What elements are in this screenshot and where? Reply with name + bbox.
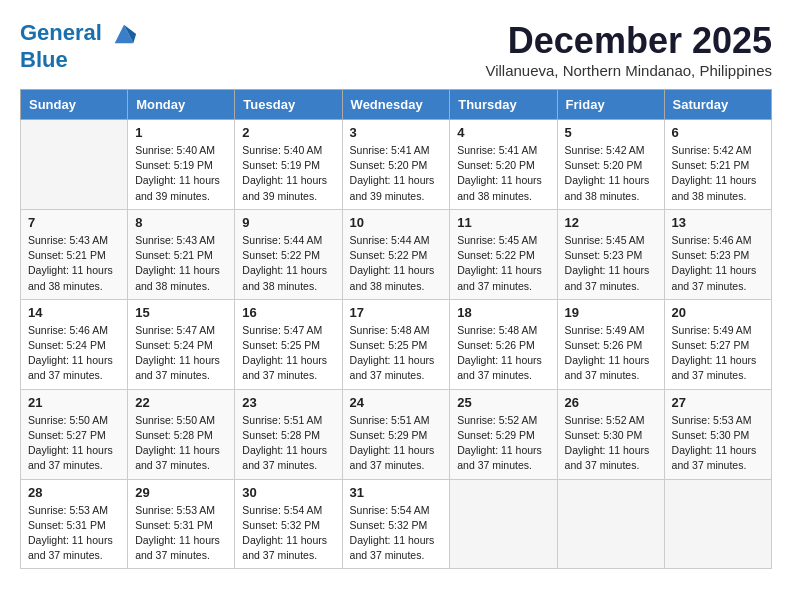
- calendar-cell: 5Sunrise: 5:42 AMSunset: 5:20 PMDaylight…: [557, 120, 664, 210]
- calendar-cell: 2Sunrise: 5:40 AMSunset: 5:19 PMDaylight…: [235, 120, 342, 210]
- day-number: 14: [28, 305, 120, 320]
- day-number: 8: [135, 215, 227, 230]
- day-info: Sunrise: 5:54 AMSunset: 5:32 PMDaylight:…: [350, 503, 443, 564]
- calendar-cell: 13Sunrise: 5:46 AMSunset: 5:23 PMDayligh…: [664, 209, 771, 299]
- day-info: Sunrise: 5:51 AMSunset: 5:29 PMDaylight:…: [350, 413, 443, 474]
- calendar-cell: [450, 479, 557, 569]
- day-number: 27: [672, 395, 764, 410]
- day-info: Sunrise: 5:40 AMSunset: 5:19 PMDaylight:…: [135, 143, 227, 204]
- day-info: Sunrise: 5:43 AMSunset: 5:21 PMDaylight:…: [28, 233, 120, 294]
- calendar-cell: 30Sunrise: 5:54 AMSunset: 5:32 PMDayligh…: [235, 479, 342, 569]
- day-number: 11: [457, 215, 549, 230]
- calendar-cell: 31Sunrise: 5:54 AMSunset: 5:32 PMDayligh…: [342, 479, 450, 569]
- calendar-cell: 3Sunrise: 5:41 AMSunset: 5:20 PMDaylight…: [342, 120, 450, 210]
- calendar-cell: 22Sunrise: 5:50 AMSunset: 5:28 PMDayligh…: [128, 389, 235, 479]
- day-number: 16: [242, 305, 334, 320]
- day-info: Sunrise: 5:50 AMSunset: 5:28 PMDaylight:…: [135, 413, 227, 474]
- col-header-saturday: Saturday: [664, 90, 771, 120]
- calendar-cell: 7Sunrise: 5:43 AMSunset: 5:21 PMDaylight…: [21, 209, 128, 299]
- calendar-cell: 18Sunrise: 5:48 AMSunset: 5:26 PMDayligh…: [450, 299, 557, 389]
- day-number: 23: [242, 395, 334, 410]
- day-number: 2: [242, 125, 334, 140]
- calendar-cell: 14Sunrise: 5:46 AMSunset: 5:24 PMDayligh…: [21, 299, 128, 389]
- day-number: 29: [135, 485, 227, 500]
- day-number: 31: [350, 485, 443, 500]
- day-info: Sunrise: 5:44 AMSunset: 5:22 PMDaylight:…: [242, 233, 334, 294]
- day-info: Sunrise: 5:52 AMSunset: 5:30 PMDaylight:…: [565, 413, 657, 474]
- col-header-monday: Monday: [128, 90, 235, 120]
- calendar-week-4: 21Sunrise: 5:50 AMSunset: 5:27 PMDayligh…: [21, 389, 772, 479]
- calendar-table: SundayMondayTuesdayWednesdayThursdayFrid…: [20, 89, 772, 569]
- day-info: Sunrise: 5:45 AMSunset: 5:23 PMDaylight:…: [565, 233, 657, 294]
- day-info: Sunrise: 5:53 AMSunset: 5:31 PMDaylight:…: [28, 503, 120, 564]
- calendar-cell: 20Sunrise: 5:49 AMSunset: 5:27 PMDayligh…: [664, 299, 771, 389]
- page-header: General Blue December 2025 Villanueva, N…: [20, 20, 772, 79]
- day-info: Sunrise: 5:46 AMSunset: 5:23 PMDaylight:…: [672, 233, 764, 294]
- day-number: 15: [135, 305, 227, 320]
- day-info: Sunrise: 5:53 AMSunset: 5:31 PMDaylight:…: [135, 503, 227, 564]
- day-number: 4: [457, 125, 549, 140]
- day-number: 25: [457, 395, 549, 410]
- calendar-cell: 16Sunrise: 5:47 AMSunset: 5:25 PMDayligh…: [235, 299, 342, 389]
- day-info: Sunrise: 5:41 AMSunset: 5:20 PMDaylight:…: [457, 143, 549, 204]
- calendar-cell: [557, 479, 664, 569]
- title-block: December 2025 Villanueva, Northern Minda…: [485, 20, 772, 79]
- calendar-cell: 8Sunrise: 5:43 AMSunset: 5:21 PMDaylight…: [128, 209, 235, 299]
- day-info: Sunrise: 5:49 AMSunset: 5:27 PMDaylight:…: [672, 323, 764, 384]
- day-info: Sunrise: 5:51 AMSunset: 5:28 PMDaylight:…: [242, 413, 334, 474]
- day-number: 6: [672, 125, 764, 140]
- calendar-cell: 27Sunrise: 5:53 AMSunset: 5:30 PMDayligh…: [664, 389, 771, 479]
- calendar-week-2: 7Sunrise: 5:43 AMSunset: 5:21 PMDaylight…: [21, 209, 772, 299]
- calendar-cell: 4Sunrise: 5:41 AMSunset: 5:20 PMDaylight…: [450, 120, 557, 210]
- logo-text: General: [20, 20, 138, 48]
- calendar-cell: 15Sunrise: 5:47 AMSunset: 5:24 PMDayligh…: [128, 299, 235, 389]
- col-header-wednesday: Wednesday: [342, 90, 450, 120]
- calendar-cell: 25Sunrise: 5:52 AMSunset: 5:29 PMDayligh…: [450, 389, 557, 479]
- calendar-week-5: 28Sunrise: 5:53 AMSunset: 5:31 PMDayligh…: [21, 479, 772, 569]
- calendar-cell: 12Sunrise: 5:45 AMSunset: 5:23 PMDayligh…: [557, 209, 664, 299]
- day-info: Sunrise: 5:48 AMSunset: 5:26 PMDaylight:…: [457, 323, 549, 384]
- calendar-week-1: 1Sunrise: 5:40 AMSunset: 5:19 PMDaylight…: [21, 120, 772, 210]
- day-number: 9: [242, 215, 334, 230]
- day-number: 26: [565, 395, 657, 410]
- day-info: Sunrise: 5:44 AMSunset: 5:22 PMDaylight:…: [350, 233, 443, 294]
- calendar-week-3: 14Sunrise: 5:46 AMSunset: 5:24 PMDayligh…: [21, 299, 772, 389]
- day-number: 13: [672, 215, 764, 230]
- day-number: 18: [457, 305, 549, 320]
- day-number: 22: [135, 395, 227, 410]
- calendar-cell: 23Sunrise: 5:51 AMSunset: 5:28 PMDayligh…: [235, 389, 342, 479]
- calendar-cell: 9Sunrise: 5:44 AMSunset: 5:22 PMDaylight…: [235, 209, 342, 299]
- day-number: 7: [28, 215, 120, 230]
- day-number: 28: [28, 485, 120, 500]
- day-info: Sunrise: 5:49 AMSunset: 5:26 PMDaylight:…: [565, 323, 657, 384]
- calendar-cell: 6Sunrise: 5:42 AMSunset: 5:21 PMDaylight…: [664, 120, 771, 210]
- calendar-cell: 17Sunrise: 5:48 AMSunset: 5:25 PMDayligh…: [342, 299, 450, 389]
- day-number: 3: [350, 125, 443, 140]
- day-info: Sunrise: 5:42 AMSunset: 5:20 PMDaylight:…: [565, 143, 657, 204]
- day-info: Sunrise: 5:45 AMSunset: 5:22 PMDaylight:…: [457, 233, 549, 294]
- calendar-cell: 10Sunrise: 5:44 AMSunset: 5:22 PMDayligh…: [342, 209, 450, 299]
- calendar-cell: 11Sunrise: 5:45 AMSunset: 5:22 PMDayligh…: [450, 209, 557, 299]
- day-info: Sunrise: 5:46 AMSunset: 5:24 PMDaylight:…: [28, 323, 120, 384]
- day-number: 10: [350, 215, 443, 230]
- day-number: 5: [565, 125, 657, 140]
- month-title: December 2025: [485, 20, 772, 62]
- col-header-thursday: Thursday: [450, 90, 557, 120]
- day-info: Sunrise: 5:48 AMSunset: 5:25 PMDaylight:…: [350, 323, 443, 384]
- day-info: Sunrise: 5:47 AMSunset: 5:24 PMDaylight:…: [135, 323, 227, 384]
- col-header-tuesday: Tuesday: [235, 90, 342, 120]
- day-number: 12: [565, 215, 657, 230]
- logo: General Blue: [20, 20, 138, 72]
- day-info: Sunrise: 5:52 AMSunset: 5:29 PMDaylight:…: [457, 413, 549, 474]
- day-number: 24: [350, 395, 443, 410]
- day-info: Sunrise: 5:41 AMSunset: 5:20 PMDaylight:…: [350, 143, 443, 204]
- col-header-sunday: Sunday: [21, 90, 128, 120]
- day-info: Sunrise: 5:42 AMSunset: 5:21 PMDaylight:…: [672, 143, 764, 204]
- calendar-cell: 26Sunrise: 5:52 AMSunset: 5:30 PMDayligh…: [557, 389, 664, 479]
- calendar-cell: 24Sunrise: 5:51 AMSunset: 5:29 PMDayligh…: [342, 389, 450, 479]
- calendar-cell: [664, 479, 771, 569]
- day-number: 1: [135, 125, 227, 140]
- day-info: Sunrise: 5:50 AMSunset: 5:27 PMDaylight:…: [28, 413, 120, 474]
- day-info: Sunrise: 5:40 AMSunset: 5:19 PMDaylight:…: [242, 143, 334, 204]
- day-info: Sunrise: 5:53 AMSunset: 5:30 PMDaylight:…: [672, 413, 764, 474]
